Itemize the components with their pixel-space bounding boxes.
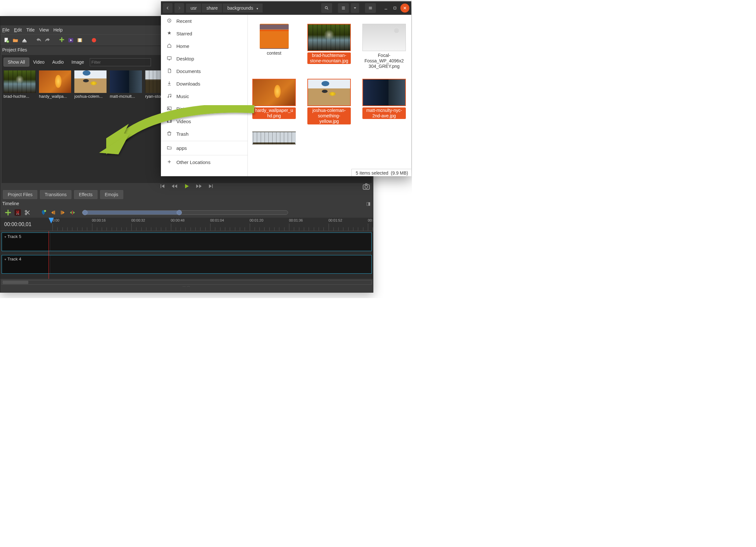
timeline-track[interactable]: Track 5 xyxy=(2,233,372,251)
timeline-scrollbar[interactable] xyxy=(2,280,372,284)
svg-rect-15 xyxy=(72,210,73,215)
path-segment-backgrounds[interactable]: backgrounds xyxy=(223,4,262,13)
skip-start-icon[interactable] xyxy=(159,183,165,190)
search-icon[interactable] xyxy=(321,3,332,13)
sidebar-item-label: Documents xyxy=(176,69,201,74)
fm-status-bar: 5 items selected (9.9 MB) xyxy=(351,169,411,176)
ruler-tick: 00:01:04 xyxy=(210,218,224,222)
redo-icon[interactable] xyxy=(44,37,51,44)
timeline-label: Timeline ◨ xyxy=(0,200,373,208)
timeline-resize-handle[interactable]: ⋯⋯ xyxy=(0,284,373,288)
filter-show-all[interactable]: Show All xyxy=(4,58,29,67)
save-project-icon[interactable] xyxy=(21,37,28,44)
tab-project-files[interactable]: Project Files xyxy=(3,190,37,199)
sidebar-item-pictures[interactable]: Pictures xyxy=(161,103,247,115)
play-icon[interactable] xyxy=(183,183,190,190)
filter-video[interactable]: Video xyxy=(29,58,49,66)
add-marker-icon[interactable] xyxy=(40,209,47,216)
preview-icon[interactable] xyxy=(67,37,74,44)
prev-marker-icon[interactable] xyxy=(50,209,56,216)
menu-help[interactable]: Help xyxy=(53,27,63,32)
sidebar-item-recent[interactable]: Recent xyxy=(161,15,247,27)
close-button[interactable] xyxy=(400,4,409,13)
snapshot-icon[interactable] xyxy=(362,182,370,190)
sidebar-item-folder[interactable]: apps xyxy=(161,142,247,154)
track-header[interactable]: Track 4 xyxy=(2,255,50,274)
svg-point-16 xyxy=(325,6,327,9)
fm-main[interactable]: contestbrad-huchteman-stone-mountain.jpg… xyxy=(248,15,411,176)
fm-sidebar: RecentStarredHomeDesktopDocumentsDownloa… xyxy=(161,15,248,176)
maximize-button[interactable] xyxy=(391,3,398,13)
project-file-item[interactable]: joshua-colem... xyxy=(74,70,107,99)
back-button[interactable] xyxy=(163,3,173,13)
list-view-icon[interactable] xyxy=(338,3,349,13)
undo-icon[interactable] xyxy=(35,37,42,44)
menu-title[interactable]: Title xyxy=(26,27,35,32)
sidebar-item-videos[interactable]: Videos xyxy=(161,115,247,128)
view-dropdown-icon[interactable] xyxy=(351,3,359,13)
sidebar-item-music[interactable]: Music xyxy=(161,90,247,103)
file-item[interactable]: hardy_wallpaper_uhd.png xyxy=(252,79,296,124)
file-item[interactable]: Focal-Fossa_WP_4096x2304_GREY.png xyxy=(362,24,406,69)
project-file-item[interactable]: matt-mcnult... xyxy=(110,70,142,99)
menu-view[interactable]: View xyxy=(39,27,49,32)
menu-edit[interactable]: Edit xyxy=(14,27,22,32)
center-playhead-icon[interactable] xyxy=(69,209,76,216)
next-marker-icon[interactable] xyxy=(60,209,66,216)
filter-image[interactable]: Image xyxy=(68,58,88,66)
new-project-icon[interactable] xyxy=(3,37,10,44)
timeline-dock-icon[interactable]: ◨ xyxy=(366,201,370,206)
timeline-ruler[interactable]: 00:00:00,01 0:0000:00:1600:00:3200:00:48… xyxy=(0,218,373,231)
timeline-tracks[interactable]: Track 5 Track 4 xyxy=(0,231,373,279)
sidebar-item-plus[interactable]: Other Locations xyxy=(161,156,247,169)
minimize-button[interactable] xyxy=(382,3,389,13)
preview-transport xyxy=(0,182,373,191)
tab-transitions[interactable]: Transitions xyxy=(40,190,71,199)
snap-icon[interactable] xyxy=(14,209,21,216)
import-icon[interactable] xyxy=(58,37,65,44)
file-item[interactable]: joshua-coleman-something-yellow.jpg xyxy=(307,79,351,124)
thumb-icon xyxy=(4,70,36,93)
file-label: brad-huchteman-stone-mountain.jpg xyxy=(307,52,351,64)
hamburger-menu-icon[interactable] xyxy=(365,3,376,13)
skip-end-icon[interactable] xyxy=(208,183,214,190)
zoom-knob-left[interactable] xyxy=(82,210,88,215)
filter-input[interactable] xyxy=(90,58,151,66)
file-item[interactable]: ryan-stone-... xyxy=(252,132,296,144)
zoom-knob-right[interactable] xyxy=(177,210,182,215)
path-segment-share[interactable]: share xyxy=(202,4,222,13)
tab-emojis[interactable]: Emojis xyxy=(100,190,123,199)
svg-point-27 xyxy=(170,96,171,97)
project-file-item[interactable]: hardy_wallpa... xyxy=(39,70,71,99)
sidebar-item-home[interactable]: Home xyxy=(161,40,247,52)
sidebar-item-star[interactable]: Starred xyxy=(161,27,247,40)
project-file-item[interactable]: brad-huchte... xyxy=(4,70,36,99)
file-item[interactable]: brad-huchteman-stone-mountain.jpg xyxy=(307,24,351,69)
forward-icon[interactable] xyxy=(196,183,202,190)
forward-button[interactable] xyxy=(174,3,184,13)
filter-audio[interactable]: Audio xyxy=(48,58,68,66)
tab-effects[interactable]: Effects xyxy=(74,190,98,199)
add-track-icon[interactable] xyxy=(5,209,11,216)
trash-icon xyxy=(167,131,172,137)
sidebar-item-documents[interactable]: Documents xyxy=(161,65,247,78)
record-icon[interactable] xyxy=(90,37,98,44)
home-icon xyxy=(167,43,172,49)
playhead-icon[interactable] xyxy=(49,218,54,224)
sidebar-item-label: Videos xyxy=(176,119,191,124)
rewind-icon[interactable] xyxy=(171,183,178,190)
file-item[interactable]: matt-mcnulty-nyc-2nd-ave.jpg xyxy=(362,79,406,124)
sidebar-item-downloads[interactable]: Downloads xyxy=(161,78,247,90)
razor-icon[interactable] xyxy=(24,209,31,216)
sidebar-item-trash[interactable]: Trash xyxy=(161,128,247,140)
path-segment-usr[interactable]: usr xyxy=(186,4,201,13)
zoom-slider[interactable] xyxy=(82,210,288,215)
ruler-tick: 00:01:36 xyxy=(289,218,303,222)
folder-item[interactable]: contest xyxy=(252,24,296,69)
menu-file[interactable]: File xyxy=(2,27,10,32)
open-project-icon[interactable] xyxy=(12,37,19,44)
export-icon[interactable] xyxy=(76,37,83,44)
sidebar-item-desktop[interactable]: Desktop xyxy=(161,52,247,65)
timeline-track[interactable]: Track 4 xyxy=(2,255,372,274)
track-header[interactable]: Track 5 xyxy=(2,233,50,251)
